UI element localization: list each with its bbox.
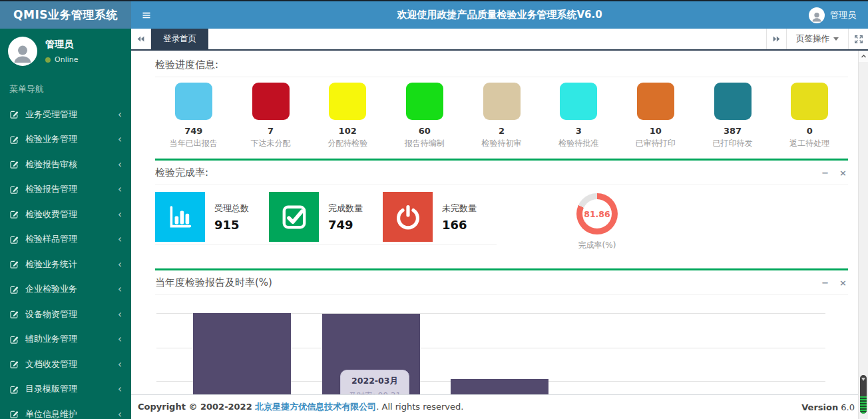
completion-donut: 81.86 (576, 193, 618, 234)
chevron-left-icon: ‹ (118, 283, 122, 295)
sidebar-nav-header: 菜单导航 (0, 75, 131, 102)
stat-reports-issued[interactable]: 749当年已出报告 (155, 83, 232, 149)
scroll-tabs-right-button[interactable] (766, 29, 786, 49)
close-icon[interactable]: × (839, 278, 847, 287)
caret-down-icon (833, 37, 839, 41)
sidebar-item-enterprise-inspection[interactable]: 企业检验业务‹ (0, 277, 131, 302)
chevron-left-icon: ‹ (118, 408, 122, 419)
vertical-scrollbar[interactable] (858, 51, 868, 419)
footer: Copyright © 2002-2022 北京星捷方优信息技术有限公司. Al… (131, 394, 868, 419)
copyright-text: Copyright © 2002-2022 北京星捷方优信息技术有限公司. Al… (138, 401, 463, 413)
progress-stats-row: 749当年已出报告 7下达未分配 102分配待检验 60报告待编制 2检验待初审… (155, 83, 848, 149)
power-off-icon (383, 192, 433, 242)
sidebar-user-panel: 管理员 Online (0, 29, 131, 75)
chevron-left-icon: ‹ (118, 109, 122, 121)
edit-icon (9, 409, 19, 419)
chevron-left-icon: ‹ (118, 358, 122, 370)
bar-chart-icon (155, 192, 205, 242)
double-right-icon (772, 35, 781, 43)
stat-swatch[interactable] (175, 83, 212, 120)
completion-donut-widget: 81.86 完成率(%) (576, 192, 618, 251)
chevron-down-icon (861, 378, 865, 381)
sidebar-item-document-dispatch[interactable]: 文档收发管理‹ (0, 352, 131, 377)
edit-icon (9, 209, 19, 219)
online-status-dot (45, 57, 51, 63)
edit-icon (9, 109, 19, 119)
scrollbar-thumb[interactable] (860, 375, 867, 414)
edit-icon (9, 135, 19, 145)
timeliness-chart-panel: 当年度检验报告及时率(%) − × 100 75 50 25 (155, 268, 848, 394)
stat-swatch[interactable] (560, 83, 597, 120)
chevron-left-icon: ‹ (118, 383, 122, 395)
chevron-left-icon: ‹ (118, 159, 122, 171)
scroll-up-button[interactable] (859, 51, 868, 62)
stat-initial-review[interactable]: 2检验待初审 (463, 83, 541, 149)
edit-icon (9, 234, 19, 244)
stat-unassigned[interactable]: 7下达未分配 (232, 83, 310, 149)
qmis-app-window: QMIS业务管理系统 欢迎使用政捷产品质量检验业务管理系统V6.0 管理员 (0, 0, 868, 419)
main-area: 登录首页 页签操作 检验进度信息: 749当年已出报 (131, 29, 868, 419)
completion-panel-header: 检验完成率: − × (155, 161, 848, 185)
stat-swatch[interactable] (483, 83, 521, 120)
user-menu[interactable]: 管理员 (797, 1, 868, 29)
stat-swatch[interactable] (252, 83, 290, 120)
check-square-icon (269, 192, 319, 242)
sidebar-toggle-button[interactable] (131, 1, 162, 29)
chevron-left-icon: ‹ (118, 133, 122, 145)
edit-icon (9, 259, 19, 269)
sidebar-item-report-review[interactable]: 检验报告审核‹ (0, 152, 131, 177)
hamburger-icon (141, 10, 152, 21)
completion-rate-panel: 检验完成率: − × 受理总数915 完成数量749 (155, 159, 848, 259)
sidebar-item-business-acceptance[interactable]: 业务受理管理‹ (0, 102, 131, 127)
completion-rate-label: 完成率(%) (576, 240, 618, 251)
scrollbar-stripes (860, 396, 867, 414)
sidebar-item-unit-info[interactable]: 单位信息维护‹ (0, 402, 131, 419)
top-header: QMIS业务管理系统 欢迎使用政捷产品质量检验业务管理系统V6.0 管理员 (0, 1, 868, 29)
sidebar-item-inspection-business[interactable]: 检验业务管理‹ (0, 127, 131, 153)
stat-rework-pending[interactable]: 0返工待处理 (771, 83, 848, 149)
dashboard-content: 检验进度信息: 749当年已出报告 7下达未分配 102分配待检验 60报告待编… (131, 51, 868, 394)
completion-metrics: 受理总数915 完成数量749 未完数量166 81.86 (155, 185, 848, 259)
navbar: 欢迎使用政捷产品质量检验业务管理系统V6.0 管理员 (131, 1, 868, 29)
edit-icon (9, 359, 19, 369)
sidebar-item-report-management[interactable]: 检验报告管理‹ (0, 177, 131, 203)
scroll-tabs-left-button[interactable] (131, 29, 151, 49)
sidebar-item-auxiliary-business[interactable]: 辅助业务管理‹ (0, 327, 131, 352)
minimize-icon[interactable]: − (821, 278, 829, 287)
sidebar-item-catalog-template[interactable]: 目录模版管理‹ (0, 377, 131, 402)
fullscreen-button[interactable] (848, 29, 868, 49)
bar-month-3[interactable] (451, 379, 548, 394)
sidebar-item-equipment-materials[interactable]: 设备物资管理‹ (0, 302, 131, 327)
chevron-left-icon: ‹ (118, 209, 122, 220)
edit-icon (9, 185, 19, 195)
sidebar-item-sample-management[interactable]: 检验样品管理‹ (0, 227, 131, 252)
company-link[interactable]: 北京星捷方优信息技术有限公司 (255, 402, 376, 412)
minimize-icon[interactable]: − (821, 169, 829, 177)
chevron-left-icon: ‹ (118, 308, 122, 320)
tab-spacer (208, 29, 766, 49)
bar-month-1[interactable] (193, 313, 291, 394)
app-logo[interactable]: QMIS业务管理系统 (0, 1, 131, 29)
sidebar-item-business-statistics[interactable]: 检验业务统计‹ (0, 252, 131, 277)
stat-swatch[interactable] (714, 83, 752, 120)
stat-swatch[interactable] (791, 83, 828, 120)
close-icon[interactable]: × (839, 169, 847, 177)
stat-swatch[interactable] (406, 83, 443, 120)
stat-pending-print[interactable]: 10已审待打印 (617, 83, 694, 149)
sidebar-avatar-icon (8, 37, 37, 66)
sidebar-menu: 业务受理管理‹ 检验业务管理‹ 检验报告审核‹ 检验报告管理‹ 检验收费管理‹ … (0, 102, 131, 419)
divider (155, 77, 848, 77)
stat-pending-approval[interactable]: 3检验待批准 (540, 83, 617, 149)
edit-icon (9, 284, 19, 294)
tab-home[interactable]: 登录首页 (151, 29, 208, 49)
tab-actions-dropdown[interactable]: 页签操作 (786, 29, 848, 49)
stat-printed-pending-dispatch[interactable]: 387已打印待发 (694, 83, 771, 149)
edit-icon (9, 159, 19, 169)
expand-icon (854, 35, 863, 44)
stat-swatch[interactable] (637, 83, 674, 120)
chart-panel-header: 当年度检验报告及时率(%) − × (155, 270, 848, 295)
stat-report-drafting[interactable]: 60报告待编制 (386, 83, 463, 149)
stat-swatch[interactable] (329, 83, 366, 120)
stat-pending-inspection[interactable]: 102分配待检验 (309, 83, 386, 149)
sidebar-item-fee-management[interactable]: 检验收费管理‹ (0, 202, 131, 227)
